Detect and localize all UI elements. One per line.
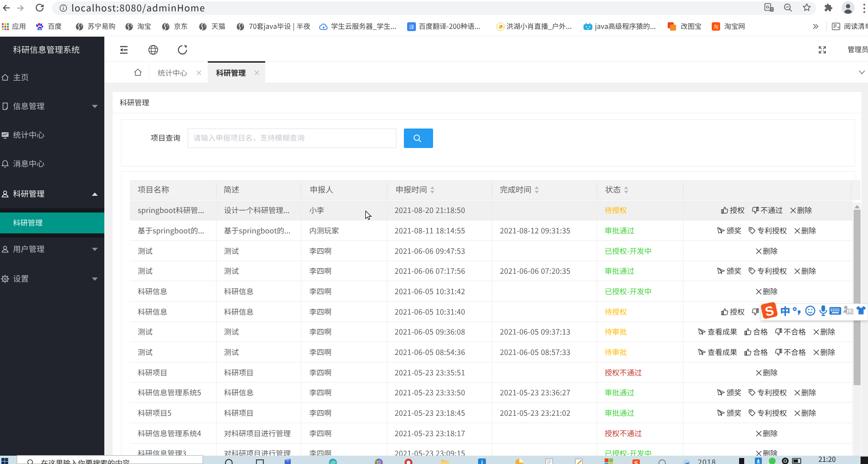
svg-text:S: S <box>634 460 638 464</box>
svg-text:12: 12 <box>848 309 852 314</box>
svg-text:G: G <box>766 4 769 9</box>
svg-text:du: du <box>38 27 41 30</box>
